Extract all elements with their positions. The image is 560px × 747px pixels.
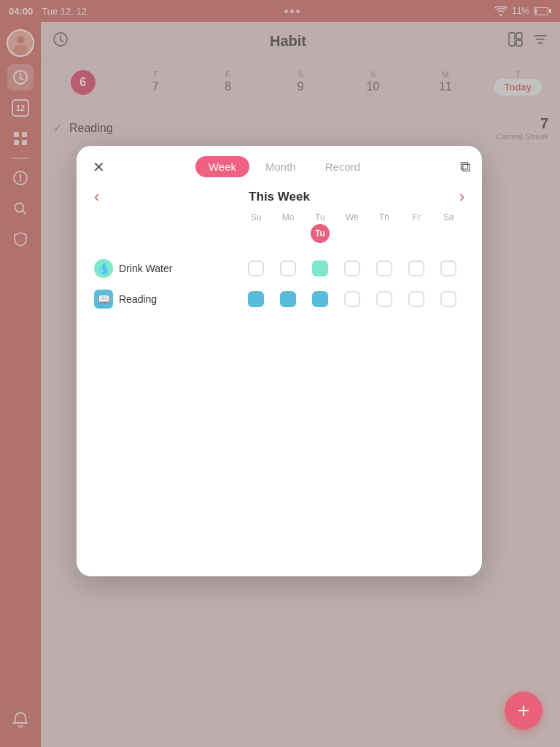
week-day-label-Tu: Tu: [315, 212, 325, 222]
habit-icon: 📖: [94, 290, 113, 309]
week-cell[interactable]: [336, 291, 368, 307]
week-cell[interactable]: [240, 291, 272, 307]
modal-nav: ‹ This Week ›: [77, 177, 482, 212]
week-cell[interactable]: [336, 260, 368, 276]
week-header-habit-col: [94, 212, 240, 243]
check-box: [312, 260, 328, 276]
week-day-label-We: We: [346, 212, 359, 222]
week-day-col-Su: Su: [240, 212, 272, 243]
modal-habit-name: Drink Water: [119, 263, 172, 274]
week-day-label-Mo: Mo: [282, 212, 295, 222]
habit-modal: ✕ Week Month Record ⧉ ‹ This Week › SuMo…: [77, 146, 482, 576]
week-cell[interactable]: [240, 260, 272, 276]
week-cell[interactable]: [400, 260, 432, 276]
check-box: [344, 291, 360, 307]
tab-record[interactable]: Record: [312, 156, 373, 177]
modal-habit-info: 📖Reading: [94, 290, 240, 309]
modal-habit-row[interactable]: 📖Reading: [94, 284, 464, 314]
check-box: [248, 260, 264, 276]
week-day-label-Su: Su: [251, 212, 262, 222]
week-day-col-Sa: Sa: [432, 212, 464, 243]
week-title: This Week: [249, 190, 310, 204]
week-cell[interactable]: [400, 291, 432, 307]
check-box: [408, 291, 424, 307]
week-day-col-Fr: Fr: [400, 212, 432, 243]
week-grid-header: SuMoTuTuWeThFrSa: [77, 212, 482, 243]
week-day-label-Th: Th: [379, 212, 389, 222]
week-cell[interactable]: [272, 260, 304, 276]
tab-month[interactable]: Month: [252, 156, 309, 177]
prev-week-button[interactable]: ‹: [94, 187, 99, 206]
modal-habit-info: 💧Drink Water: [94, 259, 240, 278]
check-box: [248, 291, 264, 307]
check-box: [440, 291, 456, 307]
modal-tab-group: Week Month Record: [195, 156, 373, 177]
week-day-col-Mo: Mo: [272, 212, 304, 243]
week-cell[interactable]: [304, 291, 336, 307]
modal-close-button[interactable]: ✕: [88, 157, 109, 177]
modal-habit-rows: 💧Drink Water📖Reading: [77, 247, 482, 320]
week-day-col-We: We: [336, 212, 368, 243]
check-box: [376, 260, 392, 276]
week-day-label-Sa: Sa: [443, 212, 454, 222]
week-day-col-Tu: TuTu: [304, 212, 336, 243]
week-day-col-Th: Th: [368, 212, 400, 243]
week-cells: [240, 260, 464, 276]
tab-week[interactable]: Week: [195, 156, 249, 177]
week-cells: [240, 291, 464, 307]
modal-top-bar: ✕ Week Month Record ⧉: [77, 146, 482, 177]
add-habit-button[interactable]: +: [505, 692, 542, 729]
habit-icon: 💧: [94, 259, 113, 278]
week-day-label-Fr: Fr: [412, 212, 420, 222]
week-cell[interactable]: [304, 260, 336, 276]
week-cell[interactable]: [272, 291, 304, 307]
week-cell[interactable]: [432, 260, 464, 276]
check-box: [280, 291, 296, 307]
today-circle: Tu: [311, 224, 330, 243]
check-box: [280, 260, 296, 276]
week-day-cols-header: SuMoTuTuWeThFrSa: [240, 212, 464, 243]
check-box: [408, 260, 424, 276]
modal-habit-row[interactable]: 💧Drink Water: [94, 253, 464, 284]
next-week-button[interactable]: ›: [459, 187, 464, 206]
check-box: [440, 260, 456, 276]
check-box: [312, 291, 328, 307]
external-link-icon[interactable]: ⧉: [460, 158, 470, 175]
check-box: [344, 260, 360, 276]
week-cell[interactable]: [368, 260, 400, 276]
modal-habit-name: Reading: [119, 293, 157, 305]
week-cell[interactable]: [368, 291, 400, 307]
week-cell[interactable]: [432, 291, 464, 307]
check-box: [376, 291, 392, 307]
